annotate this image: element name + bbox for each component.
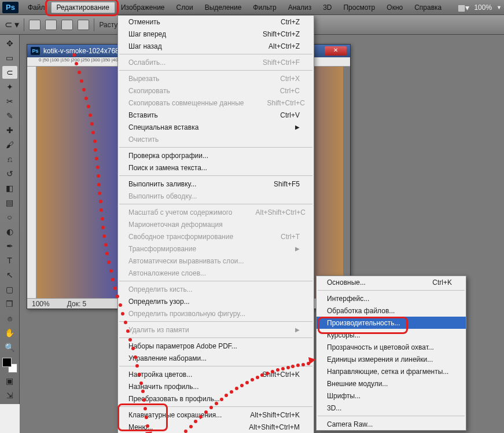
menu-item[interactable]: Преобразовать в профиль... [118, 392, 314, 405]
menu-item[interactable]: Поиск и замена текста... [118, 162, 314, 174]
menu-edit[interactable]: Редактирование [51, 2, 115, 13]
selection-sub-icon[interactable] [61, 20, 73, 30]
menu-item[interactable]: ОтменитьCtrl+Z [118, 16, 314, 28]
menu-item: Автоматически выравнивать слои... [118, 255, 314, 267]
tool-eyedropper[interactable]: ✎ [2, 109, 17, 122]
tools-panel: ✥ ▭ ⊂ ✦ ✂ ✎ ✚ 🖌 ⎌ ↺ ◧ ▤ ○ ◐ ✒ T ↖ ▢ ❒ ⌾ … [0, 35, 20, 404]
tool-lasso[interactable]: ⊂ [2, 66, 17, 79]
menu-item: Масштаб с учетом содержимогоAlt+Shift+Ct… [118, 206, 314, 218]
doc-zoom[interactable]: 100% [32, 300, 50, 308]
menu-select[interactable]: Выделение [199, 2, 248, 13]
tool-move[interactable]: ✥ [2, 37, 17, 50]
menu-item: Трансформирование▶ [118, 243, 314, 255]
tool-3d[interactable]: ❒ [2, 298, 17, 310]
tool-dodge[interactable]: ◐ [2, 225, 17, 238]
preferences-submenu: Основные...Ctrl+KИнтерфейс...Обработка ф… [316, 276, 466, 431]
document-title: kotik-v-smoke-1024x768.j... [43, 47, 128, 55]
tool-pen[interactable]: ✒ [2, 240, 17, 252]
menu-item[interactable]: Прозрачность и цветовой охват... [317, 341, 466, 353]
screen-mode-icon[interactable]: ▦▾ [458, 3, 469, 12]
menu-item: СкопироватьCtrl+C [118, 85, 314, 97]
menu-item: Определить произвольную фигуру... [118, 307, 314, 320]
tool-type[interactable]: T [2, 254, 17, 267]
menu-item: Удалить из памяти▶ [118, 324, 314, 336]
tool-history-brush[interactable]: ↺ [2, 167, 17, 180]
selection-add-icon[interactable] [45, 20, 57, 30]
selection-intersect-icon[interactable] [78, 20, 89, 30]
tool-path[interactable]: ↖ [2, 269, 17, 281]
menu-item: Выполнить обводку... [118, 190, 314, 202]
menu-item[interactable]: Настройка цветов...Shift+Ctrl+K [118, 368, 314, 380]
zoom-level[interactable]: 100% [474, 3, 492, 12]
menu-layers[interactable]: Слои [171, 2, 199, 13]
color-swatches[interactable] [2, 358, 17, 373]
menu-item[interactable]: Camera Raw... [317, 418, 466, 430]
doc-filesize: Док: 5 [67, 300, 87, 308]
menu-item[interactable]: Определить узор... [118, 295, 314, 307]
tool-shape[interactable]: ▢ [2, 283, 17, 296]
menu-item[interactable]: Специальная вставка▶ [118, 121, 314, 133]
menu-item[interactable]: Управление наборами... [118, 352, 314, 364]
tool-zoom[interactable]: 🔍 [2, 341, 17, 354]
tool-3d-camera[interactable]: ⌾ [2, 312, 17, 325]
menu-item[interactable]: Шрифты... [317, 390, 466, 402]
tool-gradient[interactable]: ▤ [2, 196, 17, 209]
tool-marquee[interactable]: ▭ [2, 52, 17, 64]
chevron-down-icon[interactable]: ▼ [496, 5, 502, 10]
tool-blur[interactable]: ○ [2, 211, 17, 223]
menubar: Ps Файл Редактирование Изображение Слои … [0, 0, 504, 15]
menu-item: Определить кисть... [118, 283, 314, 295]
tool-heal[interactable]: ✚ [2, 124, 17, 137]
selection-new-icon[interactable] [29, 20, 41, 30]
menu-item: Марионеточная деформация [118, 218, 314, 230]
close-button[interactable]: ✕ [325, 46, 347, 56]
menu-item: Очистить [118, 133, 314, 145]
menu-item[interactable]: Шаг впередShift+Ctrl+Z [118, 28, 314, 40]
menu-item: Ослабить...Shift+Ctrl+F [118, 56, 314, 68]
menu-item[interactable]: Наборы параметров Adobe PDF... [118, 340, 314, 352]
menu-item[interactable]: Меню...Alt+Shift+Ctrl+M [118, 421, 314, 433]
tool-eraser[interactable]: ◧ [2, 182, 17, 195]
screen-mode-toggle-icon[interactable]: ⇲ [2, 389, 17, 402]
tool-crop[interactable]: ✂ [2, 95, 17, 108]
menu-item[interactable]: Курсоры... [317, 329, 466, 341]
menu-item: Свободное трансформированиеCtrl+T [118, 230, 314, 243]
menu-item[interactable]: Обработка файлов... [317, 304, 466, 317]
tool-preset-icon[interactable]: ⊂ ▾ [5, 19, 19, 30]
menu-item: ВырезатьCtrl+X [118, 72, 314, 85]
menu-window[interactable]: Окно [381, 2, 409, 13]
menu-help[interactable]: Справка [409, 2, 447, 13]
tool-stamp[interactable]: ⎌ [2, 153, 17, 166]
menu-3d[interactable]: 3D [317, 2, 337, 13]
menu-item[interactable]: Производительность... [317, 317, 466, 329]
menu-item[interactable]: 3D... [317, 402, 466, 414]
menu-item[interactable]: Единицы измерения и линейки... [317, 353, 466, 365]
menu-image[interactable]: Изображение [115, 2, 171, 13]
menu-item[interactable]: Основные...Ctrl+K [317, 276, 466, 288]
tool-hand[interactable]: ✋ [2, 326, 17, 339]
quick-mask-icon[interactable]: ▣ [2, 375, 17, 387]
tool-brush[interactable]: 🖌 [2, 138, 17, 151]
tool-wand[interactable]: ✦ [2, 80, 17, 93]
menu-item[interactable]: ВставитьCtrl+V [118, 109, 314, 121]
menu-item: Автоналожение слоев... [118, 267, 314, 279]
app-logo: Ps [2, 2, 19, 13]
menu-file[interactable]: Файл [22, 2, 51, 13]
edit-menu-dropdown: ОтменитьCtrl+ZШаг впередShift+Ctrl+ZШаг … [117, 15, 314, 433]
menu-filter[interactable]: Фильтр [247, 2, 282, 13]
menu-view[interactable]: Просмотр [337, 2, 381, 13]
ruler-vertical [27, 67, 36, 298]
menu-item[interactable]: Назначить профиль... [118, 380, 314, 392]
menu-item[interactable]: Выполнить заливку...Shift+F5 [118, 178, 314, 190]
menu-item[interactable]: Направляющие, сетка и фрагменты... [317, 365, 466, 377]
doc-icon: Ps [31, 47, 40, 55]
menu-analysis[interactable]: Анализ [282, 2, 318, 13]
menu-item: Скопировать совмещенные данныеShift+Ctrl… [118, 97, 314, 109]
menu-item[interactable]: Проверка орфографии... [118, 149, 314, 162]
menu-item[interactable]: Внешние модули... [317, 377, 466, 390]
menu-item[interactable]: Интерфейс... [317, 292, 466, 304]
menu-item[interactable]: Шаг назадAlt+Ctrl+Z [118, 40, 314, 52]
menu-item[interactable]: Клавиатурные сокращения...Alt+Shift+Ctrl… [118, 409, 314, 421]
